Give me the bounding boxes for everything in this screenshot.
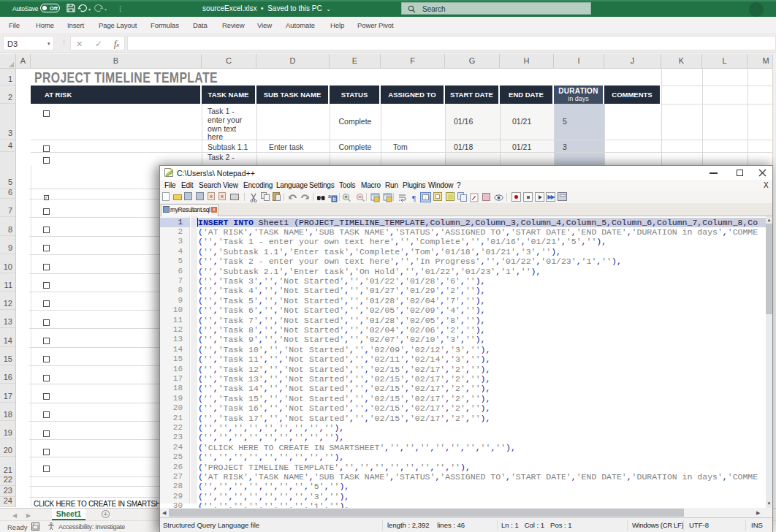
svg-text:b: b bbox=[333, 197, 336, 202]
svg-text:¶: ¶ bbox=[412, 194, 416, 202]
svg-text:a: a bbox=[328, 194, 331, 199]
